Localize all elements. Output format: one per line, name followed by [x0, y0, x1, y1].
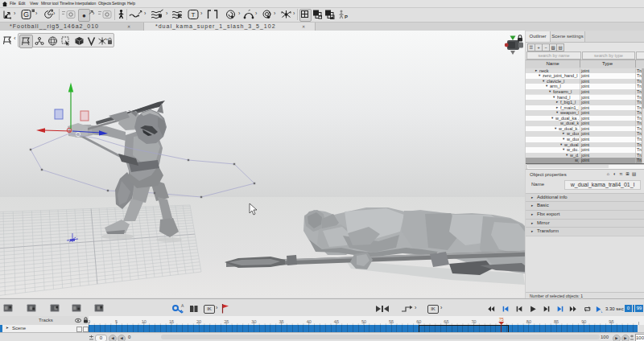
svg-text:15: 15	[169, 319, 174, 324]
svg-text:50: 50	[361, 319, 366, 324]
svg-text:55: 55	[389, 319, 394, 324]
svg-text:95: 95	[609, 319, 613, 324]
svg-text:90: 90	[581, 319, 586, 324]
svg-text:80: 80	[526, 319, 531, 324]
svg-text:40: 40	[307, 319, 312, 324]
svg-text:65: 65	[444, 319, 448, 324]
svg-text:A: A	[181, 304, 184, 308]
svg-text:25: 25	[224, 319, 229, 324]
svg-text:75: 75	[499, 317, 504, 322]
svg-text:20: 20	[196, 319, 201, 324]
svg-text:30: 30	[251, 319, 256, 324]
svg-text:0: 0	[89, 319, 90, 324]
svg-text:10: 10	[142, 319, 147, 324]
svg-text:T: T	[192, 11, 196, 18]
svg-text:P: P	[345, 14, 348, 19]
svg-text:45: 45	[334, 319, 339, 324]
svg-text:70: 70	[472, 319, 477, 324]
svg-text:5: 5	[115, 319, 118, 324]
svg-text:G: G	[23, 10, 29, 18]
svg-text:85: 85	[554, 319, 559, 324]
svg-text:35: 35	[279, 319, 284, 324]
svg-text:60: 60	[416, 319, 421, 324]
